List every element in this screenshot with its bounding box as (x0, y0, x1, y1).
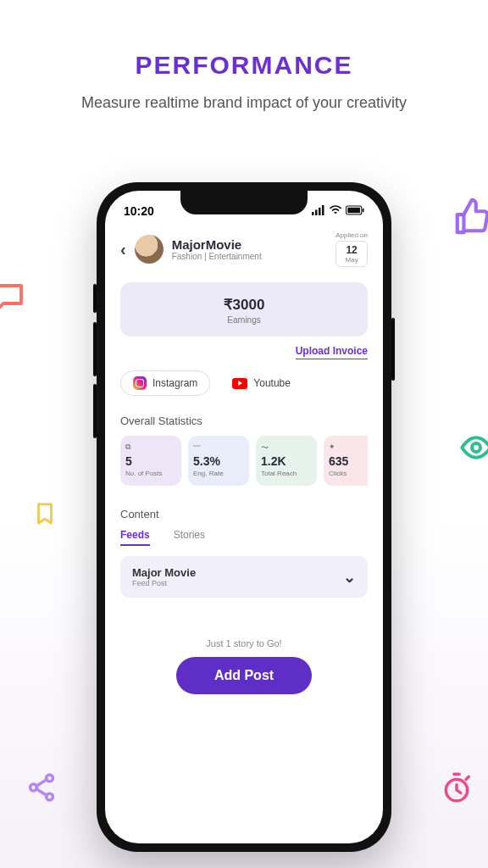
stat-clicks[interactable]: ✦ 635 Clicks (324, 436, 368, 486)
page-title: PERFORMANCE (0, 51, 488, 80)
platform-instagram[interactable]: Instagram (120, 370, 210, 396)
svg-point-0 (472, 443, 480, 452)
svg-rect-5 (312, 212, 314, 215)
stat-reach[interactable]: 〜 1.2K Total Reach (256, 436, 317, 486)
svg-rect-10 (347, 208, 360, 213)
thumbs-up-icon (452, 197, 488, 236)
share-icon (25, 771, 58, 804)
svg-rect-8 (322, 205, 324, 215)
stats-row: ⧉ 5 No. of Posts 〰 5.3% Eng. Rate 〜 1.2K… (120, 436, 368, 486)
spark-icon: 〜 (261, 442, 312, 453)
platform-youtube[interactable]: Youtube (232, 377, 291, 389)
eye-icon (459, 431, 488, 465)
profile-name: MajorMovie (172, 237, 262, 252)
stat-engagement[interactable]: 〰 5.3% Eng. Rate (188, 436, 249, 486)
notch (180, 191, 308, 214)
avatar[interactable] (135, 235, 164, 264)
stat-posts[interactable]: ⧉ 5 No. of Posts (120, 436, 181, 486)
stats-title: Overall Statistics (120, 415, 368, 427)
stopwatch-icon (441, 771, 473, 804)
svg-rect-11 (363, 209, 364, 213)
svg-rect-7 (319, 208, 321, 215)
phone-mockup: 10:20 ‹ MajorMovie Fashion | Entertainme… (97, 182, 391, 852)
footer-hint: Just 1 story to Go! (120, 638, 368, 648)
youtube-icon (232, 378, 247, 389)
chat-icon (0, 280, 27, 315)
copy-icon: ⧉ (125, 442, 176, 453)
earnings-value: ₹3000 (120, 296, 368, 314)
signal-icon (312, 204, 325, 218)
applied-date: Applied on 12 May (336, 231, 368, 267)
content-card[interactable]: Major Movie Feed Post ⌄ (120, 556, 368, 598)
content-card-sub: Feed Post (132, 579, 196, 587)
upload-invoice-link[interactable]: Upload Invoice (120, 345, 368, 357)
earnings-card: ₹3000 Earnings (120, 282, 368, 337)
battery-icon (346, 204, 364, 218)
trend-icon: 〰 (193, 442, 244, 453)
svg-rect-6 (315, 210, 318, 216)
tab-feeds[interactable]: Feeds (120, 529, 150, 546)
wifi-icon (329, 204, 342, 218)
click-icon: ✦ (329, 442, 368, 453)
page-subtitle: Measure realtime brand impact of your cr… (0, 92, 488, 114)
content-card-title: Major Movie (132, 566, 196, 579)
status-time: 10:20 (124, 204, 154, 218)
instagram-icon (133, 376, 147, 390)
bookmark-icon (32, 498, 58, 529)
profile-category: Fashion | Entertainment (172, 252, 262, 261)
tab-stories[interactable]: Stories (174, 529, 205, 546)
back-button[interactable]: ‹ (120, 240, 126, 259)
chevron-down-icon: ⌄ (343, 568, 356, 587)
add-post-button[interactable]: Add Post (176, 657, 312, 694)
earnings-label: Earnings (120, 315, 368, 325)
content-title: Content (120, 508, 368, 520)
